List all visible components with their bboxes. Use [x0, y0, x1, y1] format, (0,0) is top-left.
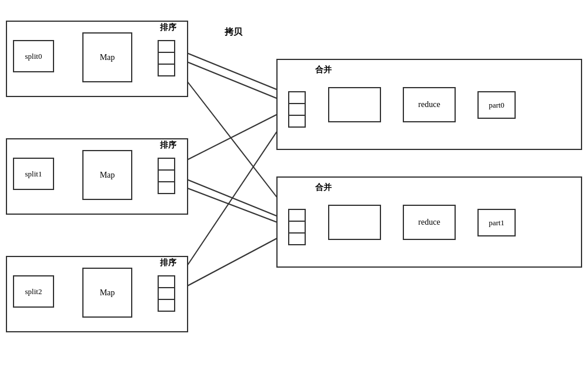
- reduce1-label: reduce: [418, 218, 440, 227]
- sort0-label: 排序: [160, 22, 176, 33]
- svg-line-16: [175, 48, 288, 94]
- svg-line-22: [175, 184, 288, 226]
- merged-box0: [328, 87, 381, 122]
- sort1-box1: [158, 158, 175, 171]
- part1-label: part1: [489, 218, 505, 228]
- map0-label: Map: [100, 53, 115, 62]
- sort2-label: 排序: [160, 258, 176, 268]
- split1-box: split1: [13, 158, 54, 190]
- merge0-label: 合并: [315, 65, 332, 75]
- split0-label: split0: [25, 52, 42, 61]
- reduce0-box: reduce: [403, 87, 456, 122]
- sort0-box3: [158, 64, 175, 76]
- map1-box: Map: [82, 150, 132, 200]
- split0-box: split0: [13, 40, 54, 72]
- merge1-box1: [288, 209, 306, 222]
- sort0-box1: [158, 40, 175, 53]
- sort2-box3: [158, 299, 175, 312]
- sort1-box3: [158, 181, 175, 194]
- merge1-box3: [288, 232, 306, 245]
- reduce0-label: reduce: [418, 100, 440, 109]
- part1-box: part1: [477, 209, 516, 236]
- sort0-box2: [158, 52, 175, 65]
- split2-box: split2: [13, 275, 54, 308]
- merged-box1: [328, 205, 381, 240]
- svg-line-17: [175, 57, 288, 103]
- svg-line-21: [175, 175, 288, 221]
- svg-line-20: [175, 66, 288, 212]
- merge0-box3: [288, 115, 306, 128]
- svg-line-19: [175, 115, 288, 284]
- sort1-box2: [158, 169, 175, 182]
- merge0-box1: [288, 91, 306, 104]
- merge1-label: 合并: [315, 182, 332, 193]
- svg-line-18: [175, 109, 288, 166]
- map0-box: Map: [82, 32, 132, 82]
- diagram: split0 Map 排序 拷贝 split1 Map 排序 split2 Ma…: [0, 0, 588, 370]
- svg-line-23: [175, 232, 288, 292]
- part0-label: part0: [489, 101, 505, 110]
- merge0-box2: [288, 103, 306, 116]
- split1-label: split1: [25, 169, 42, 179]
- sort2-box1: [158, 275, 175, 288]
- map1-label: Map: [100, 171, 115, 180]
- part0-box: part0: [477, 91, 516, 119]
- copy-label: 拷贝: [225, 26, 242, 38]
- sort2-box2: [158, 287, 175, 300]
- map2-box: Map: [82, 268, 132, 318]
- split2-label: split2: [25, 287, 42, 296]
- reduce1-box: reduce: [403, 205, 456, 240]
- sort1-label: 排序: [160, 140, 176, 151]
- merge1-box2: [288, 221, 306, 234]
- map2-label: Map: [100, 288, 115, 298]
